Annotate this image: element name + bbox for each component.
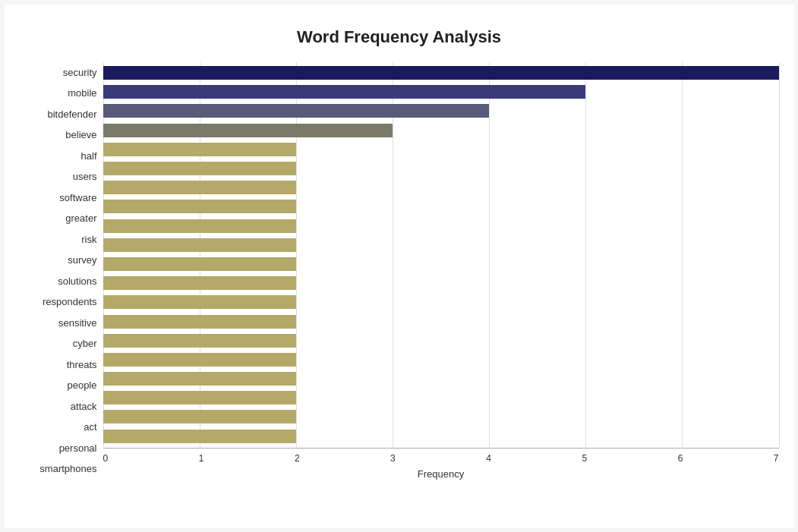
y-label: sensitive <box>20 318 97 328</box>
y-label: half <box>20 151 97 161</box>
bar <box>103 124 393 137</box>
bar <box>103 410 296 423</box>
bar-row <box>103 141 779 158</box>
y-label: users <box>20 172 97 181</box>
grid-line <box>779 62 780 448</box>
bar-row <box>103 275 779 291</box>
y-label: survey <box>20 255 97 265</box>
x-tick: 5 <box>582 453 587 464</box>
x-tick: 6 <box>678 453 683 464</box>
bar <box>103 238 296 252</box>
bar-row <box>103 351 779 368</box>
chart-title: Word Frequency Analysis <box>20 20 779 47</box>
y-label: respondents <box>20 297 97 307</box>
bar <box>103 200 296 213</box>
y-label: act <box>20 422 97 432</box>
bar <box>103 430 296 443</box>
y-label: cyber <box>20 338 97 348</box>
bar <box>103 391 296 405</box>
bar-row <box>103 256 779 272</box>
bar <box>103 143 296 156</box>
bar-row <box>103 198 779 215</box>
bar-row <box>103 83 779 100</box>
bar-row <box>103 102 779 119</box>
bar <box>103 334 296 348</box>
y-label: threats <box>20 360 97 370</box>
bar-row <box>103 370 779 387</box>
x-tick: 2 <box>295 453 300 464</box>
bar <box>103 353 296 367</box>
bar-row <box>103 122 779 139</box>
x-tick: 0 <box>103 453 109 464</box>
bar-row <box>103 408 779 425</box>
y-label: believe <box>20 130 97 140</box>
y-label: software <box>20 193 97 203</box>
bar <box>103 104 490 118</box>
bar-row <box>103 237 779 253</box>
x-tick: 4 <box>486 453 491 464</box>
y-label: greater <box>20 213 97 223</box>
bar-row <box>103 179 779 196</box>
bar-row <box>103 218 779 235</box>
bar-row <box>103 65 779 81</box>
bar <box>103 162 296 175</box>
bar <box>103 181 296 194</box>
bar-row <box>103 160 779 177</box>
y-label: smartphones <box>20 464 97 474</box>
y-label: solutions <box>20 276 97 286</box>
bar-row <box>103 389 779 406</box>
y-label: mobile <box>20 88 97 98</box>
bar <box>103 315 296 329</box>
bar <box>103 276 296 290</box>
x-axis: 01234567 <box>103 448 779 464</box>
bar <box>103 257 296 271</box>
bars-and-xaxis: 01234567 Frequency <box>103 62 779 480</box>
bar-row <box>103 332 779 349</box>
chart-container: Word Frequency Analysis securitymobilebi… <box>5 5 794 528</box>
bar <box>103 372 296 386</box>
x-axis-label: Frequency <box>103 468 779 480</box>
bar <box>103 85 586 99</box>
bars-area <box>103 62 779 448</box>
y-label: personal <box>20 443 97 453</box>
x-tick: 7 <box>774 453 779 464</box>
bars-wrapper <box>103 62 779 448</box>
y-axis-labels: securitymobilebitdefenderbelievehalfuser… <box>20 62 103 480</box>
bar-row <box>103 294 779 310</box>
chart-area: securitymobilebitdefenderbelievehalfuser… <box>20 62 779 480</box>
y-label: attack <box>20 401 97 411</box>
y-label: security <box>20 68 97 77</box>
bar <box>103 295 296 309</box>
x-tick: 1 <box>199 453 204 464</box>
bar <box>103 219 296 233</box>
x-tick: 3 <box>390 453 396 464</box>
bar <box>103 66 779 80</box>
y-label: risk <box>20 235 97 244</box>
y-label: people <box>20 380 97 390</box>
bar-row <box>103 313 779 330</box>
bar-row <box>103 428 779 445</box>
y-label: bitdefender <box>20 109 97 119</box>
